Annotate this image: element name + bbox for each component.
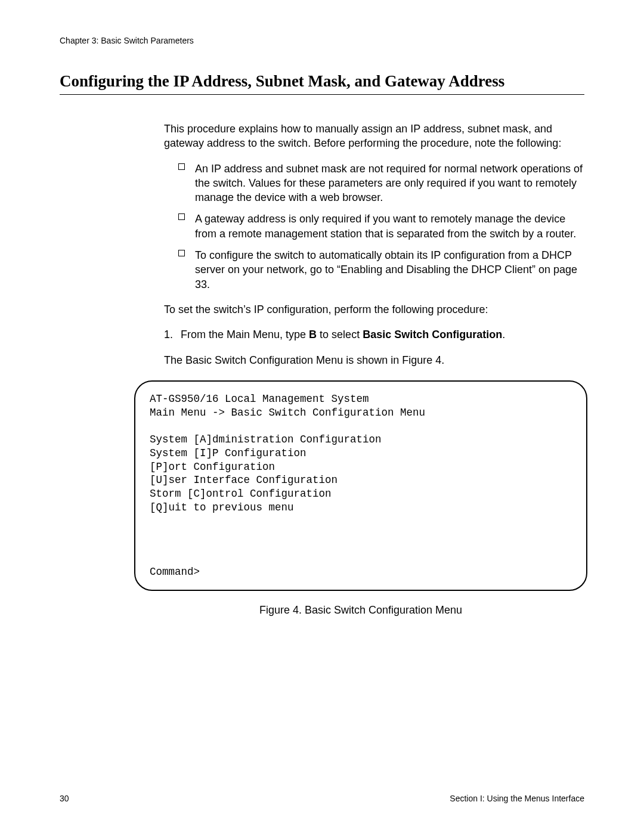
figure-reference: The Basic Switch Configuration Menu is s…	[164, 353, 584, 367]
lead-paragraph: To set the switch’s IP configuration, pe…	[164, 302, 584, 317]
bullet-icon	[178, 213, 185, 220]
step-item: 1. From the Main Menu, type B to select …	[164, 327, 584, 342]
list-item-text: A gateway address is only required if yo…	[195, 213, 576, 239]
page-number: 30	[60, 794, 69, 803]
terminal-screenshot: AT-GS950/16 Local Management System Main…	[134, 380, 587, 591]
body-content: This procedure explains how to manually …	[164, 122, 584, 367]
bullet-icon	[178, 163, 185, 170]
step-text-post: .	[502, 329, 505, 340]
list-item-text: To configure the switch to automatically…	[195, 249, 577, 290]
terminal-body: AT-GS950/16 Local Management System Main…	[150, 393, 425, 513]
figure-caption: Figure 4. Basic Switch Configuration Men…	[134, 604, 587, 617]
step-bold-key: B	[309, 329, 317, 340]
step-text-pre: From the Main Menu, type	[181, 329, 309, 340]
step-number: 1.	[164, 327, 173, 342]
chapter-header: Chapter 3: Basic Switch Parameters	[60, 36, 584, 45]
terminal-prompt: Command>	[150, 565, 200, 579]
section-label: Section I: Using the Menus Interface	[450, 794, 584, 803]
bullet-icon	[178, 250, 185, 256]
list-item: An IP address and subnet mask are not re…	[178, 162, 584, 205]
note-list: An IP address and subnet mask are not re…	[178, 162, 584, 292]
step-bold-menu: Basic Switch Configuration	[363, 329, 502, 340]
list-item: A gateway address is only required if yo…	[178, 212, 584, 241]
page-footer: 30 Section I: Using the Menus Interface	[60, 794, 584, 803]
step-text-mid: to select	[317, 329, 363, 340]
list-item: To configure the switch to automatically…	[178, 248, 584, 292]
list-item-text: An IP address and subnet mask are not re…	[195, 163, 583, 204]
intro-paragraph: This procedure explains how to manually …	[164, 122, 584, 151]
page-title: Configuring the IP Address, Subnet Mask,…	[60, 72, 584, 95]
procedure-list: 1. From the Main Menu, type B to select …	[164, 327, 584, 342]
